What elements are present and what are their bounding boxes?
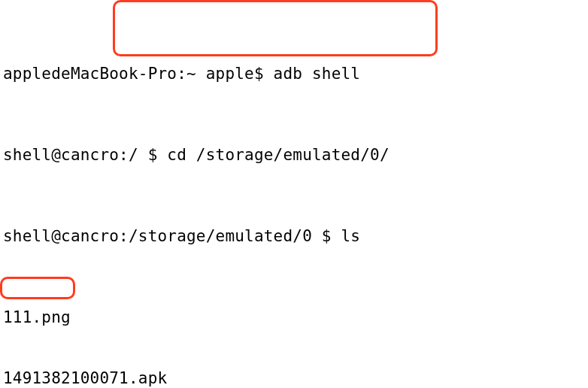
prompt-host-3: shell@cancro:/storage/emulated/0 $ xyxy=(3,227,341,245)
prompt-line-2: shell@cancro:/ $ cd /storage/emulated/0/ xyxy=(3,145,585,165)
prompt-host-2: shell@cancro:/ $ xyxy=(3,146,167,164)
prompt-host-1: appledeMacBook-Pro:~ apple$ xyxy=(3,65,274,83)
command-3: ls xyxy=(341,227,361,245)
ls-output-item: 111.png xyxy=(3,308,585,328)
prompt-line-1: appledeMacBook-Pro:~ apple$ adb shell xyxy=(3,64,585,84)
annotation-box-commands xyxy=(113,0,438,56)
annotation-box-dcim xyxy=(0,277,75,299)
command-1: adb shell xyxy=(274,65,361,83)
command-2: cd /storage/emulated/0/ xyxy=(167,146,389,164)
terminal-output: appledeMacBook-Pro:~ apple$ adb shell sh… xyxy=(0,0,588,388)
ls-output-item: 1491382100071.apk xyxy=(3,368,585,388)
prompt-line-3: shell@cancro:/storage/emulated/0 $ ls xyxy=(3,226,585,247)
